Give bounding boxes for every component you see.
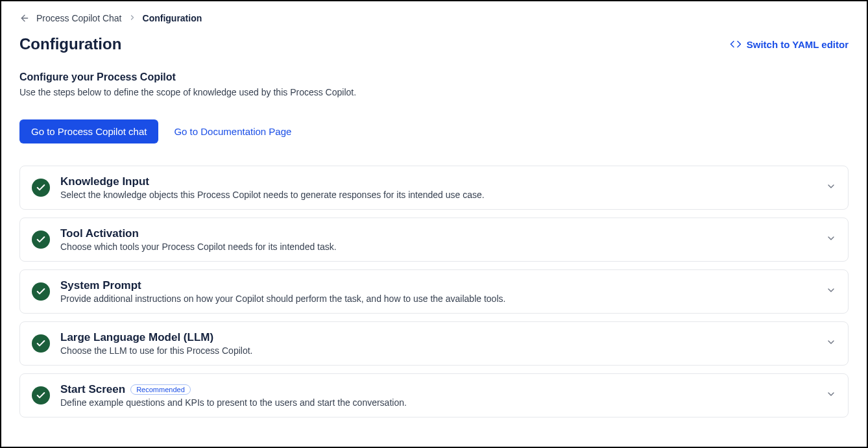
breadcrumb: Process Copilot Chat Configuration	[19, 13, 849, 23]
intro-description: Use the steps below to define the scope …	[19, 87, 849, 97]
sections-list: Knowledge Input Select the knowledge obj…	[19, 166, 849, 417]
check-icon	[32, 386, 50, 404]
section-start-screen[interactable]: Start Screen Recommended Define example …	[19, 373, 849, 417]
section-title: Tool Activation	[60, 227, 139, 240]
section-title: Knowledge Input	[60, 175, 149, 188]
chevron-down-icon	[826, 337, 836, 350]
page-title: Configuration	[19, 35, 121, 53]
section-description: Choose which tools your Process Copilot …	[60, 242, 815, 252]
back-arrow-icon[interactable]	[19, 13, 30, 23]
chevron-down-icon	[826, 233, 836, 246]
switch-to-yaml-link[interactable]: Switch to YAML editor	[730, 38, 849, 50]
section-description: Provide additional instructions on how y…	[60, 293, 815, 304]
chevron-right-icon	[128, 14, 136, 23]
recommended-badge: Recommended	[130, 384, 191, 395]
yaml-link-label: Switch to YAML editor	[747, 39, 849, 50]
section-system-prompt[interactable]: System Prompt Provide additional instruc…	[19, 269, 849, 314]
chevron-down-icon	[826, 389, 836, 402]
section-description: Select the knowledge objects this Proces…	[60, 190, 815, 200]
intro-subtitle: Configure your Process Copilot	[19, 71, 849, 83]
breadcrumb-parent[interactable]: Process Copilot Chat	[36, 13, 122, 23]
section-title: Large Language Model (LLM)	[60, 331, 213, 344]
go-to-chat-button[interactable]: Go to Process Copilot chat	[19, 119, 158, 143]
section-knowledge-input[interactable]: Knowledge Input Select the knowledge obj…	[19, 166, 849, 210]
check-icon	[32, 230, 50, 249]
breadcrumb-current: Configuration	[143, 13, 202, 23]
section-title: Start Screen	[60, 383, 125, 396]
go-to-docs-link[interactable]: Go to Documentation Page	[174, 126, 291, 137]
section-tool-activation[interactable]: Tool Activation Choose which tools your …	[19, 218, 849, 262]
section-description: Choose the LLM to use for this Process C…	[60, 345, 815, 356]
check-icon	[32, 334, 50, 353]
section-llm[interactable]: Large Language Model (LLM) Choose the LL…	[19, 321, 849, 366]
check-icon	[32, 179, 50, 197]
check-icon	[32, 282, 50, 301]
chevron-down-icon	[826, 181, 836, 194]
section-description: Define example questions and KPIs to pre…	[60, 397, 815, 408]
section-title: System Prompt	[60, 279, 141, 292]
chevron-down-icon	[826, 285, 836, 298]
